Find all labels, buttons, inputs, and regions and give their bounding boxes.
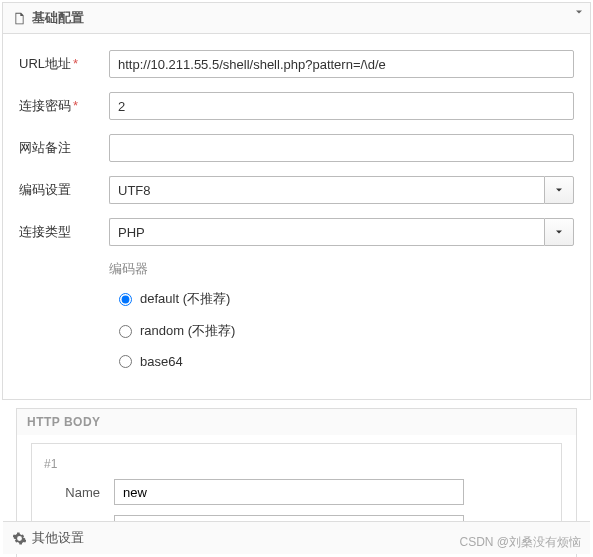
conn-type-row: 连接类型	[19, 218, 574, 246]
radio-random[interactable]	[119, 325, 132, 338]
password-row: 连接密码*	[19, 92, 574, 120]
encoder-random-label: random (不推荐)	[140, 322, 235, 340]
password-input[interactable]	[109, 92, 574, 120]
conn-type-dropdown-button[interactable]	[544, 218, 574, 246]
panel-body: URL地址* 连接密码* 网站备注 编码设置 连接类型	[3, 34, 590, 399]
encoder-default-label: default (不推荐)	[140, 290, 230, 308]
radio-default[interactable]	[119, 293, 132, 306]
chevron-down-icon	[553, 226, 565, 238]
conn-type-label: 连接类型	[19, 223, 109, 241]
encoder-section: 编码器 default (不推荐) random (不推荐) base64	[109, 260, 574, 369]
other-settings-label: 其他设置	[32, 529, 84, 547]
name-row: Name	[44, 479, 549, 505]
remark-label: 网站备注	[19, 139, 109, 157]
encoder-title: 编码器	[109, 260, 574, 278]
panel-header: 基础配置	[3, 3, 590, 34]
encoder-base64-label: base64	[140, 354, 183, 369]
encoding-row: 编码设置	[19, 176, 574, 204]
encoder-option-random[interactable]: random (不推荐)	[119, 322, 574, 340]
encoding-label: 编码设置	[19, 181, 109, 199]
panel-title: 基础配置	[32, 9, 84, 27]
password-label: 连接密码*	[19, 97, 109, 115]
name-input[interactable]	[114, 479, 464, 505]
encoding-dropdown-button[interactable]	[544, 176, 574, 204]
remark-row: 网站备注	[19, 134, 574, 162]
collapse-icon[interactable]	[573, 6, 585, 21]
http-body-index-label: #1	[40, 457, 61, 471]
gear-icon	[13, 532, 26, 545]
other-settings-bar[interactable]: 其他设置	[3, 521, 590, 554]
document-icon	[13, 12, 26, 25]
radio-base64[interactable]	[119, 355, 132, 368]
remark-input[interactable]	[109, 134, 574, 162]
name-label: Name	[44, 485, 114, 500]
url-row: URL地址*	[19, 50, 574, 78]
encoding-select[interactable]	[109, 176, 544, 204]
encoder-option-default[interactable]: default (不推荐)	[119, 290, 574, 308]
http-body-header: HTTP BODY	[17, 409, 576, 435]
encoder-option-base64[interactable]: base64	[119, 354, 574, 369]
url-input[interactable]	[109, 50, 574, 78]
conn-type-select[interactable]	[109, 218, 544, 246]
url-label: URL地址*	[19, 55, 109, 73]
chevron-down-icon	[553, 184, 565, 196]
basic-config-panel: 基础配置 URL地址* 连接密码* 网站备注 编码设置	[2, 2, 591, 400]
